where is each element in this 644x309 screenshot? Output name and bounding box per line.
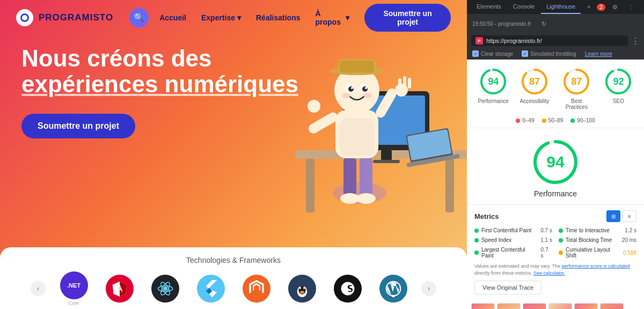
nav-a-propos[interactable]: À propos ▾ [315,9,349,26]
lighthouse-options: ✓ Clear storage ✓ Simulated throttling L… [467,48,644,60]
next-tech-button[interactable]: › [421,281,436,296]
legend-red: 0–49 [516,117,534,123]
more-options-icon[interactable]: ⋮ [625,1,638,13]
metric-cls: Cumulative Layout Shift 0.588 [559,247,636,259]
flutter-logo-icon [197,275,225,303]
orange-metric-icon [559,251,563,255]
net-label: Core [69,300,79,306]
green-metric-icon-4 [559,238,563,242]
list-item [523,303,546,309]
accessibility-label: Accessibility [520,98,549,104]
clear-storage-checkbox[interactable]: ✓ Clear storage [472,50,513,57]
table-row: Speed Index 1.1 s Total Blocking Time 20… [474,237,636,243]
legend-red-range: 0–49 [522,117,534,123]
best-practices-ring: 87 [562,67,591,96]
checkbox-checked-icon-2: ✓ [522,50,528,57]
magento-logo-icon [243,275,270,303]
legend-green-range: 90–100 [577,117,595,123]
thumbnail-strip [467,300,644,309]
list-item [284,271,319,306]
performance-score: 94 [488,76,499,87]
grid-view-button[interactable]: ⊞ [606,210,620,222]
search-icon: 🔍 [134,12,144,23]
see-calculator-link[interactable]: See calculator. [533,270,565,276]
penguin-logo-icon [288,275,316,303]
url-more-icon[interactable]: ⋮ [631,36,640,46]
seo-score: 92 [613,76,624,87]
seo-label: SEO [613,98,624,104]
chevron-down-icon-2: ▾ [346,13,349,22]
green-metric-icon [474,229,479,233]
chevron-down-icon: ▾ [237,13,241,22]
list-item [193,271,228,306]
nav-expertise[interactable]: Expertise ▾ [201,13,241,22]
url-text: https://programisto.fr/ [486,38,542,44]
metrics-view-buttons: ⊞ ≡ [606,210,636,222]
legend-orange-range: 50–89 [548,117,564,123]
devtools-tabs-bar: Elements Console Lighthouse » 2 ⚙ ⋮ ✕ [467,0,644,14]
svg-point-51 [303,286,305,289]
svg-rect-12 [360,156,372,198]
tti-label: Time to Interactive [566,227,610,233]
perf-score-link[interactable]: performance score is calculated [562,263,630,269]
list-item [574,303,598,309]
svg-point-52 [300,291,304,293]
accessibility-score: 87 [529,76,540,87]
tab-more[interactable]: » [582,0,596,14]
tab-lighthouse[interactable]: Lighthouse [541,0,581,14]
list-item [471,303,495,309]
reload-icon[interactable]: ↻ [538,17,551,30]
tab-console[interactable]: Console [508,0,540,14]
performance-large-label: Performance [534,189,577,198]
fcp-label: First Contentful Paint [481,227,531,233]
simulated-throttling-checkbox[interactable]: ✓ Simulated throttling [522,50,576,57]
performance-label: Performance [478,98,509,104]
url-bar: P https://programisto.fr/ [471,35,628,46]
lcp-label: Largest Contentful Paint [481,247,538,259]
seo-ring: 92 [604,67,633,96]
nav-cta-button[interactable]: Soumettre un projet [364,4,451,32]
react-logo-icon [151,275,179,303]
accessibility-ring: 87 [520,67,549,96]
score-legend: 0–49 50–89 90–100 [467,115,644,128]
checkbox-checked-icon: ✓ [472,50,479,57]
search-button[interactable]: 🔍 [129,8,149,27]
hero-section: Nous créons des expériences numériques S… [0,35,467,149]
legend-green: 90–100 [570,117,595,123]
list-view-button[interactable]: ≡ [623,210,636,222]
tab-elements[interactable]: Elements [471,0,507,14]
view-trace-button[interactable]: View Original Trace [474,281,541,295]
website-area: PROGRAMISTO 🔍 Accueil Expertise ▾ Réalis… [0,0,467,309]
orange-dot-icon [542,119,546,123]
list-item [239,271,274,306]
learn-more-link[interactable]: Learn more [585,51,612,57]
prev-tech-button[interactable]: ‹ [31,281,46,296]
metric-lcp: Largest Contentful Paint 0.7 s [474,247,552,259]
metrics-note: Values are estimated and may vary. The p… [474,263,636,276]
score-card-accessibility: 87 Accessibility [520,67,549,110]
hero-cta-button[interactable]: Soumettre un projet [21,114,135,138]
net-logo-icon: .NET [60,271,88,299]
metric-tbt: Total Blocking Time 20 ms [559,237,636,243]
svg-rect-1 [306,159,314,212]
metrics-section: Metrics ⊞ ≡ First Contentful Paint 0.7 s… [467,205,644,300]
nav-accueil[interactable]: Accueil [159,13,186,22]
green-dot-icon [570,119,575,123]
tbt-label: Total Blocking Time [566,237,612,243]
tech-logos-row: ‹ .NET Core [16,271,451,306]
tech-section: Technologies & Frameworks ‹ .NET Core [0,247,467,309]
devtools-panel: Elements Console Lighthouse » 2 ⚙ ⋮ ✕ 19… [467,0,644,309]
green-metric-icon-2 [559,229,563,233]
settings-icon[interactable]: ⚙ [609,1,621,13]
nav-realisations[interactable]: Réalisations [256,13,300,22]
list-item [148,271,182,306]
simulated-throttling-label: Simulated throttling [530,51,576,57]
url-bar-row: P https://programisto.fr/ ⋮ [467,33,644,48]
logo-icon [16,9,33,26]
best-practices-label: Best Practices [560,98,592,110]
si-label: Speed Index [481,237,511,243]
lighthouse-toolbar: 19:50:50 - programisto.fr ↻ [467,14,644,33]
list-item [376,271,411,306]
close-icon[interactable]: ✕ [641,1,644,13]
green-metric-icon-5 [474,251,479,255]
